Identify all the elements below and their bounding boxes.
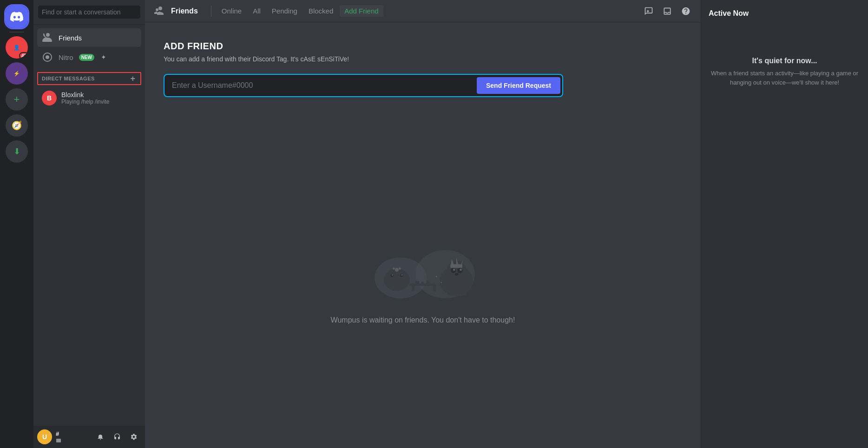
server-icon-home[interactable]	[6, 6, 28, 28]
user-avatar: U	[37, 429, 52, 444]
download-apps-button[interactable]: ⬇	[6, 140, 28, 163]
mute-button[interactable]	[93, 429, 108, 444]
friends-nav-label: Friends	[59, 34, 82, 42]
dm-user-status-bloxlink: Playing /help /invite	[61, 99, 109, 105]
active-now-title: Active Now	[709, 9, 861, 18]
active-now-empty-title: It's quiet for now...	[752, 57, 817, 65]
top-nav-actions	[643, 6, 691, 17]
right-sidebar: Active Now It's quiet for now... When a …	[701, 0, 868, 448]
svg-point-4	[384, 269, 410, 291]
inbox-button[interactable]	[662, 6, 673, 17]
dm-section-label: DIRECT MESSAGES	[42, 76, 95, 81]
svg-rect-15	[412, 285, 414, 291]
svg-point-10	[401, 274, 403, 276]
svg-point-30	[455, 273, 459, 275]
server-icon-2[interactable]: ⚡	[6, 62, 28, 85]
wumpus-illustration: ✦ ✦	[349, 221, 497, 305]
friends-nav-icon	[42, 32, 53, 43]
dm-user-name-bloxlink: Bloxlink	[61, 91, 109, 99]
server-badge: 43	[19, 52, 28, 59]
server-divider	[9, 32, 24, 33]
empty-state-message: Wumpus is waiting on friends. You don't …	[331, 316, 515, 324]
tab-pending[interactable]: Pending	[267, 5, 302, 17]
dm-user-avatar-bloxlink: B	[42, 91, 57, 105]
dm-section-header: DIRECT MESSAGES +	[37, 72, 141, 85]
dm-user-info-bloxlink: Bloxlink Playing /help /invite	[61, 91, 109, 105]
svg-rect-17	[415, 281, 419, 283]
deafen-button[interactable]	[110, 429, 125, 444]
svg-point-11	[395, 268, 399, 271]
dm-sidebar: Friends Nitro NEW ✦ DIRECT MESSAGES + B …	[33, 0, 145, 448]
send-friend-request-button[interactable]: Send Friend Request	[477, 77, 560, 94]
nitro-nav-icon	[42, 52, 53, 63]
user-tag	[56, 437, 89, 443]
dm-search-input[interactable]	[38, 6, 140, 19]
add-dm-button[interactable]: +	[129, 75, 137, 82]
add-friend-subtitle: You can add a friend with their Discord …	[164, 55, 582, 63]
svg-point-12	[393, 267, 395, 270]
svg-point-13	[399, 267, 401, 270]
server-icon-red[interactable]: 👤 43	[6, 36, 28, 59]
dm-nav: Friends Nitro NEW ✦	[33, 25, 145, 70]
nav-item-friends[interactable]: Friends	[37, 28, 141, 47]
svg-point-1	[46, 55, 49, 59]
add-server-button[interactable]: +	[6, 88, 28, 111]
tab-online[interactable]: Online	[217, 5, 246, 17]
svg-point-29	[460, 269, 462, 271]
svg-point-9	[392, 274, 393, 276]
top-nav-divider	[211, 6, 211, 17]
settings-button[interactable]	[126, 429, 141, 444]
username-display: #	[56, 430, 89, 437]
explore-servers-button[interactable]: 🧭	[6, 114, 28, 137]
friends-icon	[154, 6, 165, 17]
svg-point-34	[455, 292, 466, 296]
svg-point-28	[453, 269, 455, 271]
username-input[interactable]	[172, 77, 477, 94]
svg-text:✦: ✦	[440, 281, 442, 284]
server-sidebar: 👤 43 ⚡ + 🧭 ⬇	[0, 0, 33, 448]
svg-text:✦: ✦	[435, 275, 438, 279]
content-area: ADD FRIEND You can add a friend with the…	[145, 22, 701, 448]
add-friend-title: ADD FRIEND	[164, 41, 582, 52]
nitro-new-badge: NEW	[79, 54, 94, 61]
dm-bottom-bar: U #	[33, 426, 145, 448]
tab-all[interactable]: All	[248, 5, 265, 17]
top-nav: Friends Online All Pending Blocked Add F…	[145, 0, 701, 22]
svg-rect-25	[450, 264, 462, 268]
empty-state: ✦ ✦ Wumpus is waiting on friends. You do…	[164, 116, 682, 429]
svg-rect-19	[427, 280, 429, 283]
tab-add-friend[interactable]: Add Friend	[340, 5, 383, 17]
svg-rect-16	[433, 285, 436, 291]
active-now-empty-desc: When a friend starts an activity—like pl…	[709, 69, 861, 87]
nitro-nav-label: Nitro	[59, 53, 73, 61]
svg-rect-18	[421, 282, 424, 283]
top-nav-friends-title: Friends	[171, 7, 198, 15]
user-controls	[93, 429, 141, 444]
active-now-empty: It's quiet for now... When a friend star…	[709, 57, 861, 87]
main-content: Friends Online All Pending Blocked Add F…	[145, 0, 701, 448]
dm-user-bloxlink[interactable]: B Bloxlink Playing /help /invite	[37, 87, 141, 109]
svg-rect-14	[410, 283, 436, 286]
help-button[interactable]	[680, 6, 691, 17]
new-group-dm-button[interactable]	[643, 6, 654, 17]
add-friend-form: Send Friend Request	[164, 74, 563, 97]
tab-blocked[interactable]: Blocked	[304, 5, 338, 17]
dm-search-container	[33, 0, 145, 25]
nav-item-nitro[interactable]: Nitro NEW ✦	[37, 48, 141, 66]
user-info: #	[56, 430, 89, 443]
add-friend-section: ADD FRIEND You can add a friend with the…	[164, 41, 582, 97]
